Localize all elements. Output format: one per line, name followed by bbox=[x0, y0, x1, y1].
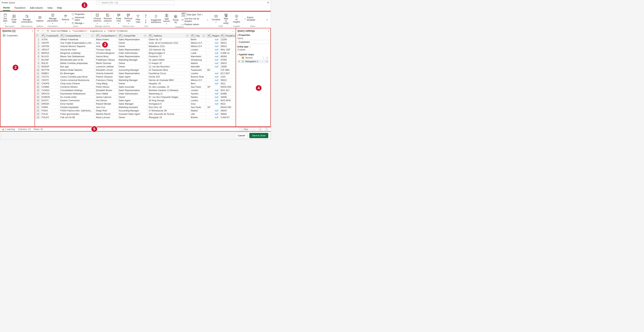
export-template-button[interactable]: Export template bbox=[243, 16, 262, 22]
cell[interactable]: 13008 bbox=[220, 65, 236, 68]
manage-parameters-button[interactable]: Manage parameters bbox=[46, 13, 59, 25]
cell[interactable]: T2F 8M4 bbox=[220, 68, 236, 72]
cell[interactable]: Hauptstr. 29 bbox=[148, 82, 190, 85]
table-row[interactable]: 20ERNSHErnst HandelRoland MendelSales Ma… bbox=[35, 102, 236, 106]
ai-insights-button[interactable]: AI insights bbox=[232, 14, 241, 24]
cell[interactable]: Chop-suey Chinese bbox=[59, 82, 95, 85]
row-number[interactable]: 16 bbox=[35, 89, 40, 92]
cell[interactable]: null bbox=[206, 96, 220, 99]
table-row[interactable]: 22FISSAFISSA Fabrica Inter. Salchichas S… bbox=[35, 109, 236, 112]
cell[interactable]: Sales Associate bbox=[118, 85, 148, 89]
info-icon[interactable] bbox=[249, 46, 251, 48]
cell[interactable]: 28034 bbox=[220, 109, 236, 112]
cell[interactable]: null bbox=[206, 92, 220, 96]
suggested-transforms-button[interactable]: Suggested transforms bbox=[150, 14, 162, 24]
cell[interactable]: Berlin bbox=[190, 38, 206, 41]
cell[interactable]: Sales Representative bbox=[118, 89, 148, 92]
cell[interactable]: 67000 bbox=[220, 58, 236, 62]
cell[interactable]: 1010 bbox=[220, 75, 236, 78]
cell[interactable]: 68306 bbox=[220, 55, 236, 58]
cell[interactable]: ANATR bbox=[40, 41, 59, 45]
cell[interactable]: Mannheim bbox=[190, 55, 206, 58]
cell[interactable]: Elizabeth Brown bbox=[95, 89, 118, 92]
cell[interactable]: México D.F. bbox=[190, 78, 206, 82]
cell[interactable]: Sales Agent bbox=[118, 99, 148, 102]
cell[interactable]: Tsawassen bbox=[190, 68, 206, 72]
tab-transform[interactable]: Transform bbox=[14, 6, 26, 10]
tab-home[interactable]: Home bbox=[3, 6, 10, 11]
cell[interactable]: COMMI bbox=[40, 85, 59, 89]
table-row[interactable]: 18DUMONDu monde entierJanine LabruneOwne… bbox=[35, 96, 236, 99]
cell[interactable]: WA1 1DP bbox=[220, 48, 236, 52]
search-input[interactable]: Search (Alt + Q) bbox=[96, 0, 175, 5]
cell[interactable]: null bbox=[206, 78, 220, 82]
filter-icon[interactable]: ▾ bbox=[144, 34, 146, 37]
cell[interactable]: 59000 bbox=[220, 112, 236, 116]
cell[interactable]: WX3 6FW bbox=[220, 99, 236, 102]
cell[interactable]: 67, rue des Cinquante Otages bbox=[148, 96, 190, 99]
table-row[interactable]: 10BOTTMBottom-Dollar MarketsElizabeth Li… bbox=[35, 68, 236, 72]
properties-button[interactable]: Properties bbox=[71, 13, 90, 16]
cell[interactable]: 23 Tsawassen Blvd. bbox=[148, 68, 190, 72]
cell[interactable]: EC2 5NT bbox=[220, 72, 236, 75]
group-by-button[interactable]: Group by bbox=[172, 14, 180, 24]
row-number[interactable]: 13 bbox=[35, 78, 40, 82]
properties-section[interactable]: Properties bbox=[238, 34, 269, 36]
col-header-customerid[interactable]: ABCCustomerID▾ bbox=[40, 34, 59, 38]
cell[interactable]: Madrid bbox=[190, 109, 206, 112]
row-number[interactable]: 2 bbox=[35, 41, 40, 45]
query-name-input[interactable] bbox=[238, 40, 269, 44]
cell[interactable]: B's Beverages bbox=[59, 72, 95, 75]
cell[interactable]: Aria Cruz bbox=[95, 106, 118, 109]
tab-view[interactable]: View bbox=[47, 6, 52, 10]
col-header-address[interactable]: ABCAddress▾ bbox=[148, 34, 190, 38]
row-number[interactable]: 19 bbox=[35, 99, 40, 102]
cell[interactable]: ALFKI bbox=[40, 38, 59, 41]
col-header-companyname[interactable]: ABCCompanyName▾ bbox=[59, 34, 95, 38]
cell[interactable]: Eastern Connection bbox=[59, 99, 95, 102]
cell[interactable]: C/ Araquil, 67 bbox=[148, 62, 190, 65]
table-row[interactable]: 23FOLIGFolies gourmandesMartine RancéAss… bbox=[35, 112, 236, 116]
cell[interactable]: ERNSH bbox=[40, 102, 59, 106]
row-number[interactable]: 8 bbox=[35, 62, 40, 65]
cell[interactable]: BC bbox=[206, 68, 220, 72]
cell[interactable]: Ana Trujillo Emparedados y helados bbox=[59, 41, 95, 45]
cell[interactable]: S-958 22 bbox=[220, 52, 236, 55]
step-output-icon[interactable] bbox=[266, 56, 268, 59]
cell[interactable]: Order Administrator bbox=[118, 92, 148, 96]
cell[interactable]: 05021 bbox=[220, 41, 236, 45]
table-row[interactable]: 5BERGSBerglunds snabbköpChristina Berglu… bbox=[35, 52, 236, 55]
table-row[interactable]: 19EASTCEastern ConnectionAnn DevonSales … bbox=[35, 99, 236, 102]
cell[interactable]: Fauntleroy Circus bbox=[148, 72, 190, 75]
cell[interactable]: Laurence Lebihan bbox=[95, 65, 118, 68]
table-row[interactable]: 17DRACDDrachenblut DelikatessenSven Ottl… bbox=[35, 92, 236, 96]
filter-icon[interactable]: ▾ bbox=[186, 34, 188, 37]
cell[interactable]: Bern bbox=[190, 82, 206, 85]
cell[interactable]: Accounting Manager bbox=[118, 109, 148, 112]
row-number[interactable]: 14 bbox=[35, 82, 40, 85]
cell[interactable]: BLONP bbox=[40, 58, 59, 62]
cell[interactable]: Hanna Moos bbox=[95, 55, 118, 58]
cell[interactable]: Kirchgasse 6 bbox=[148, 102, 190, 106]
collapse-settings-icon[interactable]: › bbox=[268, 30, 269, 32]
cell[interactable]: 12209 bbox=[220, 38, 236, 41]
filter-icon[interactable]: ▾ bbox=[91, 34, 94, 37]
cell[interactable]: 28023 bbox=[220, 62, 236, 65]
keep-rows-button[interactable]: Keep rows bbox=[115, 13, 123, 25]
cell[interactable]: London bbox=[190, 72, 206, 75]
cell[interactable]: Sales Agent bbox=[118, 75, 148, 78]
table-row[interactable]: 12CACTUCactus Comidas para llevarPatrici… bbox=[35, 75, 236, 78]
tab-add-column[interactable]: Add column bbox=[30, 6, 43, 10]
cell[interactable]: Owner bbox=[118, 45, 148, 48]
cell[interactable]: Frédérique Citeaux bbox=[95, 58, 118, 62]
cell[interactable]: Madrid bbox=[190, 62, 206, 65]
cell[interactable]: BONAP bbox=[40, 65, 59, 68]
table-row[interactable]: 21FAMIAFamilia ArquibaldoAria CruzMarket… bbox=[35, 106, 236, 109]
options-button[interactable]: Options bbox=[36, 15, 44, 22]
cell[interactable]: null bbox=[206, 62, 220, 65]
choose-columns-button[interactable]: Choose columns bbox=[92, 13, 102, 25]
cell[interactable]: Alfreds Futterkiste bbox=[59, 38, 95, 41]
cell[interactable]: Avda. de la Constitución 2222 bbox=[148, 41, 190, 45]
table-row[interactable]: 6BLAUSBlauer See DelikatessenHanna MoosS… bbox=[35, 55, 236, 58]
row-number[interactable]: 22 bbox=[35, 109, 40, 112]
